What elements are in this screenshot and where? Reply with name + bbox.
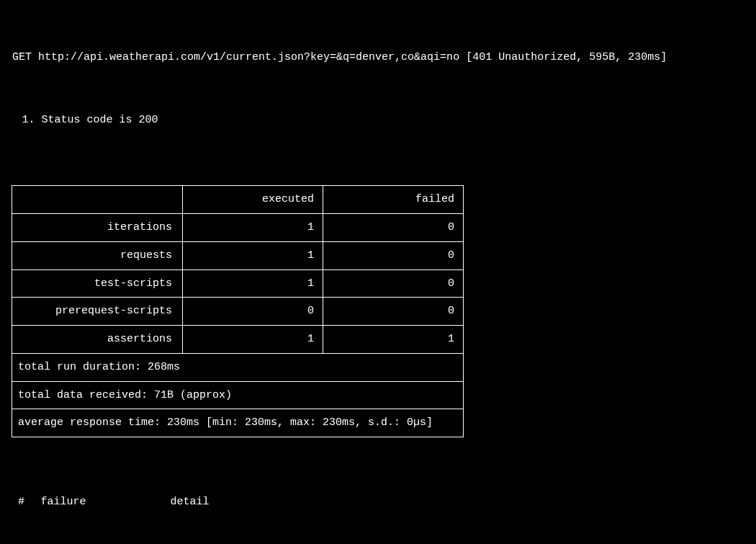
response-status: 401 Unauthorized [472,51,576,63]
table-row: prerequest-scripts 0 0 [12,298,464,326]
response-size: 595B [589,51,615,63]
newman-summary-table: executed failed iterations 1 0 requests … [12,185,464,437]
col-header-executed: executed [183,186,323,214]
failure-col-detail: detail [171,494,750,510]
table-row: requests 1 0 [12,241,464,269]
row-label: assertions [12,326,183,354]
table-row: assertions 1 1 [12,326,464,354]
table-row: test-scripts 1 0 [12,269,464,298]
summary-row-avg: average response time: 230ms [min: 230ms… [12,409,464,437]
row-label: iterations [12,214,183,242]
cell-executed: 1 [183,241,323,269]
cell-failed: 1 [323,326,464,354]
cell-failed: 0 [323,214,464,242]
http-method: GET [12,51,32,63]
request-url: http://api.weatherapi.com/v1/current.jso… [38,51,459,63]
cell-executed: 1 [183,214,323,242]
cell-executed: 1 [183,269,323,298]
terminal-output: GET http://api.weatherapi.com/v1/current… [0,0,756,544]
table-row: iterations 1 0 [12,214,464,242]
failure-col-failure: failure [41,494,171,510]
row-label: requests [12,241,183,269]
failed-assertion-line: 1. Status code is 200 [6,112,750,128]
col-header-failed: failed [323,186,464,214]
failure-header: # failure detail [6,494,750,510]
summary-avg-response: average response time: 230ms [min: 230ms… [12,409,464,437]
cell-failed: 0 [323,241,464,269]
table-header-row: executed failed [12,186,464,214]
cell-executed: 1 [183,326,323,354]
response-time: 230ms [628,51,660,63]
request-summary-line: GET http://api.weatherapi.com/v1/current… [6,50,750,66]
summary-row-duration: total run duration: 268ms [12,353,464,381]
summary-row-received: total data received: 71B (approx) [12,381,464,409]
cell-executed: 0 [183,298,323,326]
row-label: test-scripts [12,269,183,298]
summary-received: total data received: 71B (approx) [12,381,464,409]
summary-duration: total run duration: 268ms [12,353,464,381]
table-corner-cell [12,186,183,214]
cell-failed: 0 [323,298,464,326]
cell-failed: 0 [323,269,464,298]
row-label: prerequest-scripts [12,298,183,326]
failure-col-num: # [12,494,41,510]
